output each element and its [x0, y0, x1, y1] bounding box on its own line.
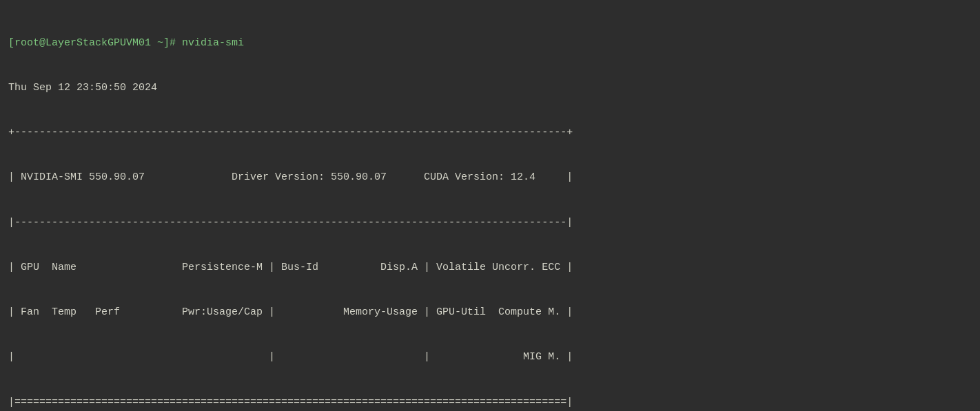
prompt-line: [root@LayerStackGPUVM01 ~]# nvidia-smi — [8, 36, 972, 51]
output-line-3: | GPU Name Persistence-M | Bus-Id Disp.A… — [8, 260, 972, 275]
datetime-line: Thu Sep 12 23:50:50 2024 — [8, 81, 972, 96]
output-line-2: |---------------------------------------… — [8, 215, 972, 231]
output-line-6: |=======================================… — [8, 395, 972, 410]
output-line-5: | | | MIG M. | — [8, 350, 972, 365]
output-line-4: | Fan Temp Perf Pwr:Usage/Cap | Memory-U… — [8, 305, 972, 320]
output-line-0: +---------------------------------------… — [8, 125, 972, 140]
output-line-1: | NVIDIA-SMI 550.90.07 Driver Version: 5… — [8, 170, 972, 185]
terminal-window: [root@LayerStackGPUVM01 ~]# nvidia-smi T… — [8, 6, 972, 405]
